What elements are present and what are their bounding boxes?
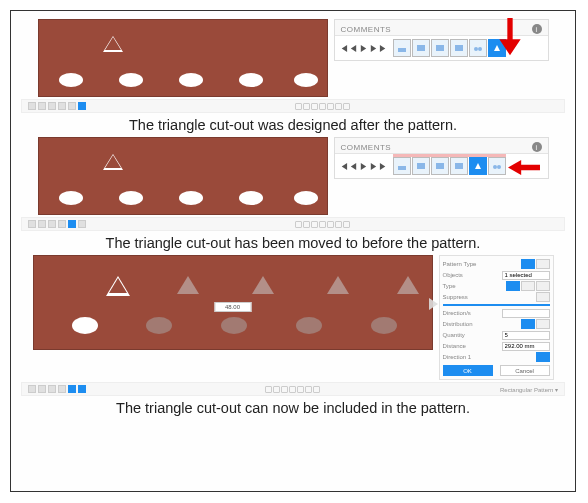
svg-rect-1 xyxy=(417,45,425,51)
mini-dot[interactable] xyxy=(295,221,302,228)
tl-play-icon[interactable] xyxy=(359,44,368,53)
mini-timeline-2 xyxy=(21,217,565,231)
cancel-button[interactable]: Cancel xyxy=(500,365,550,376)
prop-label: Suppress xyxy=(443,294,468,300)
timeline-step[interactable] xyxy=(450,157,468,175)
mini-btn[interactable] xyxy=(78,220,86,228)
timeline-step[interactable] xyxy=(488,157,506,175)
mini-dot[interactable] xyxy=(313,386,320,393)
mini-btn[interactable] xyxy=(48,385,56,393)
timeline-step[interactable] xyxy=(412,39,430,57)
info-icon[interactable]: i xyxy=(532,142,542,152)
mini-dot[interactable] xyxy=(297,386,304,393)
mini-dot[interactable] xyxy=(303,103,310,110)
mini-btn[interactable] xyxy=(28,220,36,228)
mini-btn[interactable] xyxy=(28,385,36,393)
dist-option-button[interactable] xyxy=(536,319,550,329)
tl-last-icon[interactable] xyxy=(379,162,388,171)
mini-btn[interactable] xyxy=(58,220,66,228)
mini-dot[interactable] xyxy=(343,103,350,110)
timeline-step[interactable] xyxy=(393,157,411,175)
mini-btn[interactable] xyxy=(48,220,56,228)
mini-dot[interactable] xyxy=(335,103,342,110)
svg-rect-7 xyxy=(417,163,425,169)
hole xyxy=(119,191,143,205)
objects-field[interactable] xyxy=(502,271,550,280)
tl-play-icon[interactable] xyxy=(359,162,368,171)
pattern-properties-panel: Pattern Type Objects Type Suppress Direc… xyxy=(439,255,554,380)
hole xyxy=(59,191,83,205)
svg-point-5 xyxy=(478,47,482,51)
hole xyxy=(179,191,203,205)
distance-field[interactable] xyxy=(502,342,550,351)
tl-last-icon[interactable] xyxy=(379,44,388,53)
tl-first-icon[interactable] xyxy=(339,162,348,171)
mini-dot[interactable] xyxy=(319,103,326,110)
suppress-toggle[interactable] xyxy=(536,292,550,302)
mini-timeline-1 xyxy=(21,99,565,113)
mini-dot[interactable] xyxy=(273,386,280,393)
timeline-step-selected[interactable] xyxy=(469,157,487,175)
mini-dot[interactable] xyxy=(305,386,312,393)
dist-option-button[interactable] xyxy=(521,319,535,329)
mini-dot[interactable] xyxy=(343,221,350,228)
timeline-step[interactable] xyxy=(412,157,430,175)
tl-first-icon[interactable] xyxy=(339,44,348,53)
mini-dot[interactable] xyxy=(335,221,342,228)
tl-next-icon[interactable] xyxy=(369,162,378,171)
pattern-type-rect-button[interactable] xyxy=(521,259,535,269)
svg-point-11 xyxy=(497,165,501,169)
mini-btn-active[interactable] xyxy=(78,102,86,110)
mini-dot[interactable] xyxy=(265,386,272,393)
mini-dot[interactable] xyxy=(281,386,288,393)
comments-panel-2: COMMENTS i xyxy=(334,137,549,179)
direction-field[interactable] xyxy=(502,309,550,318)
svg-rect-6 xyxy=(398,166,406,170)
comments-panel-1: COMMENTS i xyxy=(334,19,549,61)
tl-next-icon[interactable] xyxy=(369,44,378,53)
type-option-button[interactable] xyxy=(506,281,520,291)
mini-dot[interactable] xyxy=(311,221,318,228)
prop-label: Type xyxy=(443,283,456,289)
tl-prev-icon[interactable] xyxy=(349,162,358,171)
direction1-toggle[interactable] xyxy=(536,352,550,362)
quantity-field[interactable] xyxy=(502,331,550,340)
ok-button[interactable]: OK xyxy=(443,365,493,376)
timeline-step[interactable] xyxy=(431,39,449,57)
mini-btn-active[interactable] xyxy=(78,385,86,393)
pattern-ghost-triangle xyxy=(397,276,419,294)
info-icon[interactable]: i xyxy=(532,24,542,34)
mini-btn-active[interactable] xyxy=(68,385,76,393)
type-option-button[interactable] xyxy=(521,281,535,291)
dimension-label[interactable]: 48.00 xyxy=(214,302,251,312)
mini-dot[interactable] xyxy=(295,103,302,110)
timeline-step[interactable] xyxy=(450,39,468,57)
mini-btn[interactable] xyxy=(48,102,56,110)
timeline-step[interactable] xyxy=(469,39,487,57)
mini-btn[interactable] xyxy=(38,385,46,393)
prop-label: Direction/s xyxy=(443,310,471,316)
direction-arrow-icon[interactable] xyxy=(429,298,438,310)
mini-dot[interactable] xyxy=(289,386,296,393)
mini-dot[interactable] xyxy=(311,103,318,110)
mini-btn[interactable] xyxy=(38,102,46,110)
mini-dot[interactable] xyxy=(327,103,334,110)
mini-dot[interactable] xyxy=(303,221,310,228)
mini-dot[interactable] xyxy=(319,221,326,228)
hole xyxy=(59,73,83,87)
timeline-step[interactable] xyxy=(393,39,411,57)
pattern-ghost-hole xyxy=(221,317,247,334)
mini-dot[interactable] xyxy=(327,221,334,228)
mini-btn[interactable] xyxy=(68,102,76,110)
tl-prev-icon[interactable] xyxy=(349,44,358,53)
mini-btn-active[interactable] xyxy=(68,220,76,228)
timeline-step[interactable] xyxy=(431,157,449,175)
mini-btn[interactable] xyxy=(58,385,66,393)
footer-status[interactable]: Rectangular Pattern ▾ xyxy=(500,386,558,393)
mini-btn[interactable] xyxy=(28,102,36,110)
pattern-type-alt-button[interactable] xyxy=(536,259,550,269)
mini-btn[interactable] xyxy=(38,220,46,228)
section-2: COMMENTS i xyxy=(21,137,565,251)
type-option-button[interactable] xyxy=(536,281,550,291)
mini-btn[interactable] xyxy=(58,102,66,110)
